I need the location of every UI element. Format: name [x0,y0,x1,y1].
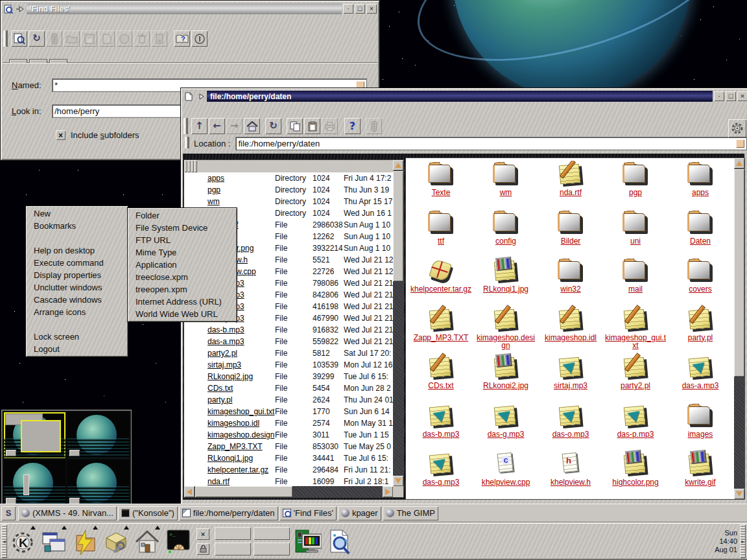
pager-desktop-4[interactable] [67,460,129,506]
task-button[interactable]: 'Find Files' [279,506,337,520]
tab[interactable] [49,59,67,63]
tree-vertical-scrollbar[interactable] [393,160,403,486]
menu-item[interactable]: Logout ▸ [27,343,126,355]
menu-item[interactable]: FTP URL [129,234,235,246]
tree-horizontal-scrollbar[interactable] [184,486,393,497]
menu-item[interactable]: Arrange icons ▸ [27,306,126,318]
forward-button[interactable]: → [226,118,243,134]
task-button[interactable]: (XMMS - 49. Nirvan... [18,506,117,520]
task-button[interactable]: file:/home/perry/daten [179,506,278,520]
task-button[interactable]: The GIMP [383,506,438,520]
menu-item[interactable]: Lock screen ▸ [27,331,126,343]
toolbar-grip[interactable] [3,30,8,47]
logout-button[interactable]: × [196,528,209,540]
scrollbar-thumb[interactable] [734,169,744,377]
file-label[interactable]: images [688,430,713,438]
minimize-button[interactable]: · [714,91,724,101]
icon-view-item[interactable]: party2.pl [603,354,668,402]
stop-button[interactable] [46,30,62,47]
file-label[interactable]: highcolor.png [612,478,658,486]
file-name[interactable]: kimageshop.idl [208,419,275,428]
table-row[interactable]: wm Directory 1024 Thu Apr 15 17 [184,196,393,207]
copy-button[interactable] [287,118,303,134]
table-row[interactable]: RLkonqi1.jpg File 34441 Tue Jul 6 15: [184,452,393,464]
archive-button[interactable] [151,30,167,47]
icon-view-item[interactable]: mail [603,257,668,306]
delete-button[interactable] [134,30,150,47]
icon-view-item[interactable]: Zapp_MP3.TXT [409,306,473,355]
file-label[interactable]: Texte [432,189,451,196]
icon-view-item[interactable]: kimageshop.idl [538,306,603,355]
menu-item[interactable]: Help on desktop ▸ [27,244,126,257]
icon-view-item[interactable]: RLkonqi2.jpg [473,354,538,402]
icon-view-item[interactable]: sirtaj.mp3 [538,354,603,402]
file-name[interactable]: das-b.mp3 [208,325,275,334]
icon-view-item[interactable]: config [473,209,538,258]
file-label[interactable]: kwrite.gif [685,478,715,486]
reload-button[interactable]: ↻ [265,118,281,134]
help-book-button[interactable]: ? [174,30,190,47]
column-header[interactable] [194,160,197,172]
file-label[interactable]: party2.pl [621,382,650,390]
icon-view-item[interactable]: das-a.mp3 [668,354,733,402]
file-name[interactable]: RLkonqi2.jpg [208,372,275,381]
search-button[interactable] [11,30,27,47]
menu-item[interactable]: New ▸ [27,207,126,220]
icon-vertical-scrollbar[interactable] [734,158,744,499]
icon-view-item[interactable]: nda.rtf [538,161,603,209]
scroll-right-button[interactable] [383,486,393,497]
file-label[interactable]: party.pl [688,334,713,342]
tab[interactable] [29,59,47,63]
menu-item[interactable]: Mime Type [129,246,235,259]
reload-button[interactable]: ↻ [29,30,45,47]
file-label[interactable]: win32 [560,285,580,293]
menu-item[interactable]: Bookmarks ▸ [27,220,126,232]
file-label[interactable]: das-q.mp3 [423,478,460,486]
pager-desktop-1[interactable] [4,412,65,458]
print-button[interactable] [322,118,338,134]
file-label[interactable]: das-o.mp3 [552,430,589,438]
icon-view-item[interactable]: das-p.mp3 [603,402,668,451]
file-label[interactable]: Bilder [561,237,581,245]
scroll-down-button[interactable] [734,489,744,499]
icon-view-item[interactable]: pgp [603,161,668,209]
stop-button[interactable] [366,118,382,134]
file-label[interactable]: RLkonqi2.jpg [483,382,528,390]
table-row[interactable]: das-b.mp3 File 916832 Wed Jul 21 21 [184,324,393,336]
file-name[interactable]: kimageshop_gui.txt [208,407,275,416]
file-label[interactable]: RLkonqi1.jpg [483,285,528,293]
desktop-button[interactable] [254,542,290,555]
file-name[interactable]: RLkonqi1.jpg [208,454,275,463]
k-menu-button[interactable]: K [8,526,38,557]
file-label[interactable]: sirtaj.mp3 [554,382,587,390]
file-label[interactable]: das-p.mp3 [617,430,654,438]
menu-item[interactable]: Internet Address (URL) [129,296,235,308]
pager-window-outline[interactable] [23,474,29,495]
icon-view-item[interactable]: images [668,402,733,451]
file-label[interactable]: wm [500,189,512,196]
file-label[interactable]: das-a.mp3 [682,382,719,390]
lock-screen-button[interactable] [196,543,209,555]
table-row[interactable]: sirtaj.mp3 File 103539 Mon Jul 12 16 [184,359,393,371]
table-row[interactable]: RLkonqi2.jpg File 39299 Tue Jul 6 15: [184,371,393,382]
file-label[interactable]: kimageshop.design [475,334,537,349]
table-row[interactable]: nda.rtf File 16099 Fri Jul 2 18:1 [184,476,393,486]
find-files-button[interactable] [324,526,354,557]
about-button[interactable] [191,30,208,47]
table-row[interactable]: party2.pl File 5812 Sat Jul 17 20: [184,347,393,359]
display-settings-button[interactable] [293,526,323,557]
file-name[interactable]: kimageshop.design [208,430,275,439]
sticky-pin-icon[interactable] [195,91,206,101]
file-label[interactable]: mail [628,285,643,293]
file-label[interactable]: ttf [438,237,444,245]
menu-item[interactable]: File System Device [129,222,235,234]
table-row[interactable]: party.pl File 2624 Thu Jun 24 01 [184,394,393,406]
menu-item[interactable]: ▸ [27,318,126,331]
file-name[interactable]: party2.pl [208,349,275,358]
location-dropdown-button[interactable] [736,139,744,148]
paste-button[interactable] [304,118,320,134]
home-button[interactable] [244,118,260,134]
open-button[interactable] [64,30,80,47]
menu-item[interactable]: Unclutter windows ▸ [27,281,126,294]
minimize-button[interactable]: · [343,4,353,14]
